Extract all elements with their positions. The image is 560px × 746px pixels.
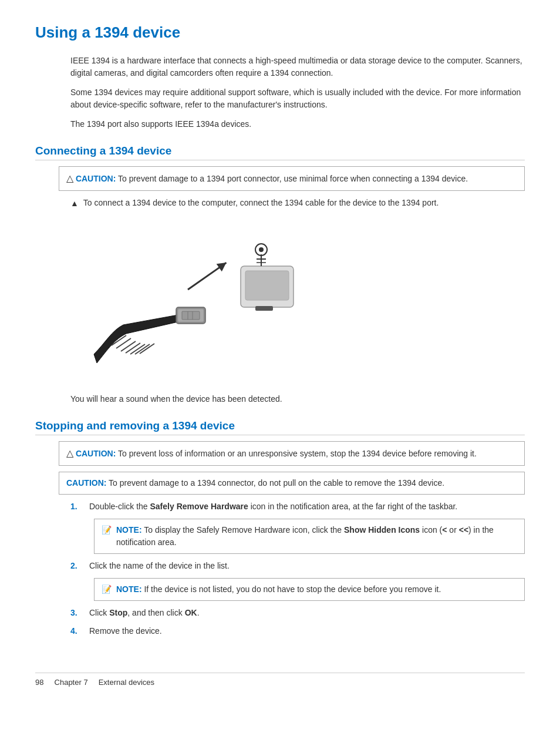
- step-4: 4. Remove the device.: [70, 625, 525, 637]
- caution-text-3: To prevent damage to a 1394 connector, d…: [109, 478, 444, 488]
- svg-line-16: [140, 344, 154, 354]
- note-block-1: 📝 NOTE: To display the Safely Remove Har…: [94, 519, 525, 554]
- stopping-heading: Stopping and removing a 1394 device: [35, 419, 525, 435]
- paragraph-3: The 1394 port also supports IEEE 1394a d…: [70, 118, 525, 130]
- footer-text: External devices: [99, 678, 154, 687]
- svg-rect-19: [182, 311, 200, 320]
- caution-label-3: CAUTION:: [66, 478, 106, 488]
- bullet-triangle-icon: ▲: [70, 197, 79, 210]
- caution-triangle-icon: △: [66, 173, 73, 183]
- step-1-text: Double-click the Safely Remove Hardware …: [89, 500, 457, 513]
- sound-text: You will hear a sound when the device ha…: [70, 393, 525, 405]
- connector-image: [70, 219, 317, 384]
- connector-svg: [70, 219, 317, 384]
- svg-point-5: [259, 247, 264, 252]
- svg-rect-2: [255, 306, 273, 311]
- page-footer: 98 Chapter 7 External devices: [35, 673, 525, 687]
- caution-block-3: CAUTION: To prevent damage to a 1394 con…: [59, 472, 525, 495]
- svg-marker-9: [217, 259, 229, 272]
- step-3: 3. Click Stop, and then click OK.: [70, 607, 525, 619]
- step-2-num: 2.: [70, 560, 82, 572]
- note-text-2: NOTE: If the device is not listed, you d…: [116, 583, 441, 596]
- paragraph-1: IEEE 1394 is a hardware interface that c…: [70, 55, 525, 79]
- svg-line-12: [121, 341, 136, 351]
- step-2: 2. Click the name of the device in the l…: [70, 560, 525, 572]
- connecting-heading: Connecting a 1394 device: [35, 145, 525, 160]
- caution-block-1: △ CAUTION: To prevent damage to a 1394 p…: [59, 166, 525, 191]
- footer-page-number: 98: [35, 678, 43, 687]
- caution-text-2: To prevent loss of information or an unr…: [118, 449, 477, 458]
- caution-label-2: CAUTION:: [76, 449, 116, 458]
- step-1: 1. Double-click the Safely Remove Hardwa…: [70, 500, 525, 513]
- note-icon-2: 📝: [102, 583, 112, 596]
- caution-text-1: To prevent damage to a 1394 port connect…: [118, 174, 468, 183]
- footer-chapter: Chapter 7: [55, 678, 88, 687]
- caution-block-2: △ CAUTION: To prevent loss of informatio…: [59, 441, 525, 466]
- step-3-num: 3.: [70, 607, 82, 619]
- svg-rect-1: [245, 271, 289, 300]
- note-text-1: NOTE: To display the Safely Remove Hardw…: [116, 524, 517, 549]
- note-icon-1: 📝: [102, 524, 112, 536]
- note-block-2: 📝 NOTE: If the device is not listed, you…: [94, 578, 525, 601]
- paragraph-2: Some 1394 devices may require additional…: [70, 86, 525, 111]
- page-title: Using a 1394 device: [35, 23, 525, 44]
- step-2-text: Click the name of the device in the list…: [89, 560, 230, 572]
- caution-label-1: CAUTION:: [76, 174, 116, 183]
- caution-triangle-icon-2: △: [66, 448, 73, 458]
- bullet-item-1: ▲ To connect a 1394 device to the comput…: [70, 197, 525, 210]
- bullet-text-1: To connect a 1394 device to the computer…: [83, 197, 439, 209]
- numbered-list: 1. Double-click the Safely Remove Hardwa…: [70, 500, 525, 637]
- step-4-num: 4.: [70, 625, 82, 637]
- step-1-num: 1.: [70, 500, 82, 513]
- step-3-text: Click Stop, and then click OK.: [89, 607, 200, 619]
- svg-line-11: [116, 338, 131, 348]
- step-4-text: Remove the device.: [89, 625, 162, 637]
